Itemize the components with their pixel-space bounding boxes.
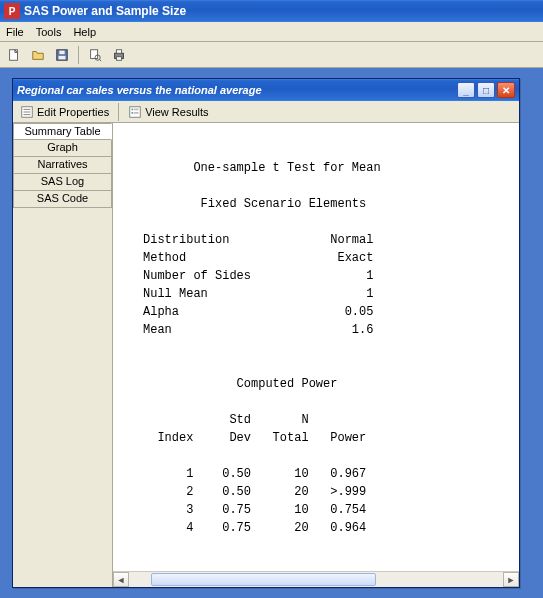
toolbar-separator [78, 46, 79, 64]
print-preview-button[interactable] [85, 45, 105, 65]
view-results-label: View Results [145, 106, 208, 118]
minimize-icon: _ [463, 85, 469, 96]
inner-body: Summary Table Graph Narratives SAS Log S… [13, 123, 519, 587]
app-toolbar [0, 42, 543, 68]
app-titlebar: P SAS Power and Sample Size [0, 0, 543, 22]
sidebar-item-label: SAS Code [37, 192, 88, 204]
svg-rect-2 [59, 50, 64, 54]
sidebar-item-sascode[interactable]: SAS Code [13, 191, 112, 208]
svg-rect-3 [59, 55, 66, 59]
close-button[interactable]: ✕ [497, 82, 515, 98]
svg-rect-8 [116, 49, 121, 53]
results-window: Regional car sales versus the national a… [12, 78, 520, 588]
svg-rect-17 [132, 112, 134, 114]
mdi-area: Regional car sales versus the national a… [0, 68, 543, 598]
svg-rect-18 [134, 112, 138, 114]
maximize-icon: □ [483, 85, 489, 96]
edit-properties-label: Edit Properties [37, 106, 109, 118]
svg-rect-4 [91, 49, 98, 58]
menu-tools[interactable]: Tools [36, 26, 62, 38]
inner-title: Regional car sales versus the national a… [17, 84, 262, 96]
sidebar: Summary Table Graph Narratives SAS Log S… [13, 123, 113, 587]
inner-toolbar: Edit Properties View Results [13, 101, 519, 123]
svg-rect-16 [134, 108, 138, 110]
window-buttons: _ □ ✕ [457, 82, 515, 98]
view-results-button[interactable]: View Results [123, 103, 213, 121]
chevron-right-icon: ► [507, 575, 516, 585]
scroll-thumb[interactable] [151, 573, 375, 586]
scroll-right-button[interactable]: ► [503, 572, 519, 587]
sidebar-item-graph[interactable]: Graph [13, 140, 112, 157]
svg-line-6 [99, 59, 101, 61]
close-icon: ✕ [502, 85, 510, 96]
edit-properties-button[interactable]: Edit Properties [15, 103, 114, 121]
svg-rect-15 [132, 108, 134, 110]
new-icon [7, 48, 21, 62]
sidebar-item-saslog[interactable]: SAS Log [13, 174, 112, 191]
horizontal-scrollbar[interactable]: ◄ ► [113, 571, 519, 587]
print-icon [112, 48, 126, 62]
inner-toolbar-separator [118, 103, 119, 121]
chevron-left-icon: ◄ [117, 575, 126, 585]
sidebar-item-label: Summary Table [24, 125, 100, 137]
properties-icon [20, 105, 34, 119]
print-preview-icon [88, 48, 102, 62]
save-icon [55, 48, 69, 62]
scroll-track[interactable] [129, 572, 503, 587]
sidebar-item-summary[interactable]: Summary Table [13, 123, 112, 140]
save-button[interactable] [52, 45, 72, 65]
app-icon: P [4, 3, 20, 19]
app-title: SAS Power and Sample Size [24, 4, 186, 18]
scroll-left-button[interactable]: ◄ [113, 572, 129, 587]
sidebar-item-label: Graph [47, 141, 78, 153]
maximize-button[interactable]: □ [477, 82, 495, 98]
sidebar-item-narratives[interactable]: Narratives [13, 157, 112, 174]
menubar: File Tools Help [0, 22, 543, 42]
results-icon [128, 105, 142, 119]
report-content: One-sample t Test for Mean Fixed Scenari… [113, 123, 519, 571]
menu-help[interactable]: Help [73, 26, 96, 38]
inner-titlebar: Regional car sales versus the national a… [13, 79, 519, 101]
minimize-button[interactable]: _ [457, 82, 475, 98]
sidebar-item-label: Narratives [37, 158, 87, 170]
open-button[interactable] [28, 45, 48, 65]
new-button[interactable] [4, 45, 24, 65]
content-wrap: One-sample t Test for Mean Fixed Scenari… [113, 123, 519, 587]
menu-file[interactable]: File [6, 26, 24, 38]
svg-rect-9 [116, 56, 121, 60]
print-button[interactable] [109, 45, 129, 65]
open-icon [31, 48, 45, 62]
sidebar-item-label: SAS Log [41, 175, 84, 187]
